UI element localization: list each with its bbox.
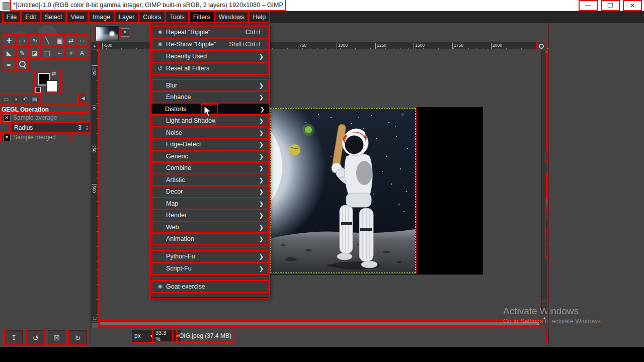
airbrush-tool[interactable]: ✧ bbox=[65, 48, 76, 58]
menu-item-reset-all-filters[interactable]: ↺ Reset all Filters bbox=[152, 63, 268, 74]
swap-colors-icon[interactable]: ⇄ bbox=[51, 70, 56, 77]
collapse-dock-icon[interactable]: ◄ bbox=[79, 95, 87, 102]
restore-button[interactable]: ❐ bbox=[602, 1, 619, 10]
info-icon[interactable]: ◑ bbox=[12, 96, 20, 103]
paintbrush-tool[interactable]: ✎ bbox=[17, 48, 28, 58]
zoom-follow-window-icon[interactable] bbox=[537, 42, 545, 50]
menu-item-web[interactable]: Web❯ bbox=[152, 222, 268, 233]
save-tool-preset-button[interactable]: ↧ bbox=[5, 330, 23, 344]
menu-item-goat-exercise[interactable]: ✺ Goat-exercise bbox=[152, 281, 268, 292]
eraser-tool[interactable]: ◪ bbox=[29, 48, 40, 58]
minimize-button[interactable]: — bbox=[580, 1, 597, 10]
toolbox-panel: ✚ ▭ ∿ ╲ ▣ ⇄ ▱ ◣ ✎ ◪ ▤ ∽ ✧ A ✒ ⇄ ▭ ◑ ↶ ▤ … bbox=[0, 23, 91, 347]
window-title: *[Untitled]-1.0 (RGB color 8-bit gamma i… bbox=[11, 0, 285, 10]
menu-item-map[interactable]: Map❯ bbox=[152, 198, 268, 209]
submenu-arrow-icon: ❯ bbox=[259, 186, 264, 197]
screen-icon[interactable]: ▭ bbox=[2, 96, 10, 103]
submenu-arrow-icon: ❯ bbox=[260, 104, 265, 115]
zoom-tool[interactable] bbox=[17, 60, 28, 70]
menu-view[interactable]: View bbox=[67, 12, 88, 22]
menu-edit[interactable]: Edit bbox=[22, 12, 40, 22]
sample-average-row[interactable]: ✕ Sample average bbox=[1, 114, 80, 122]
filters-menu: ✺ Repeat "Ripple" Ctrl+F ✺ Re-Show "Ripp… bbox=[151, 23, 269, 298]
clone-tool[interactable]: ▤ bbox=[42, 48, 53, 58]
nav-corner-icon[interactable]: ▢ bbox=[91, 315, 99, 321]
menu-image[interactable]: Image bbox=[89, 12, 114, 22]
submenu-arrow-icon: ❯ bbox=[259, 139, 264, 150]
submenu-arrow-icon: ❯ bbox=[259, 222, 264, 233]
free-select-tool[interactable]: ∿ bbox=[29, 35, 40, 46]
fuzzy-select-tool[interactable]: ╲ bbox=[42, 35, 53, 46]
activate-windows-text: Activate Windows bbox=[503, 306, 579, 317]
bucket-fill-tool[interactable]: ◣ bbox=[4, 48, 15, 58]
menu-help[interactable]: Help bbox=[249, 12, 269, 22]
sample-average-checkbox[interactable]: ✕ bbox=[3, 114, 11, 122]
menu-item-recently-used[interactable]: Recently Used ❯ bbox=[152, 51, 268, 62]
submenu-arrow-icon: ❯ bbox=[259, 51, 264, 62]
status-bar: px▾ 33.3 % ▾ OIG.jpeg (37.4 MB) bbox=[91, 328, 548, 345]
reset-tool-options-button[interactable]: ↻ bbox=[69, 330, 87, 344]
menu-item-render[interactable]: Render❯ bbox=[152, 210, 268, 221]
mouse-cursor bbox=[204, 106, 212, 117]
radius-spinner[interactable] bbox=[86, 123, 89, 132]
status-image-info: OIG.jpeg (37.4 MB) bbox=[177, 330, 233, 342]
menu-item-repeat-ripple[interactable]: ✺ Repeat "Ripple" Ctrl+F bbox=[152, 27, 268, 38]
unit-dropdown[interactable]: px▾ bbox=[132, 330, 155, 342]
menu-item-combine[interactable]: Combine❯ bbox=[152, 162, 268, 173]
crop-tool[interactable]: ▣ bbox=[54, 35, 65, 46]
menu-layer[interactable]: Layer bbox=[115, 12, 138, 22]
smudge-tool[interactable]: ∽ bbox=[54, 48, 65, 58]
menu-item-artistic[interactable]: Artistic❯ bbox=[152, 174, 268, 186]
image-tab-thumbnail[interactable] bbox=[96, 26, 119, 41]
menu-item-python-fu[interactable]: Python-Fu❯ bbox=[152, 251, 268, 262]
menu-item-enhance[interactable]: Enhance❯ bbox=[152, 92, 268, 103]
radius-slider[interactable]: Radius 3 bbox=[11, 123, 90, 132]
transform-tool[interactable]: ⇄ bbox=[65, 35, 76, 46]
color-swatches[interactable]: ⇄ bbox=[35, 70, 60, 93]
submenu-arrow-icon: ❯ bbox=[259, 162, 264, 173]
submenu-arrow-icon: ❯ bbox=[259, 127, 264, 138]
menu-windows[interactable]: Windows bbox=[215, 12, 248, 22]
submenu-arrow-icon: ❯ bbox=[259, 263, 264, 274]
horizontal-scrollbar[interactable] bbox=[99, 321, 541, 326]
menu-item-script-fu[interactable]: Script-Fu❯ bbox=[152, 263, 268, 274]
delete-tool-preset-button[interactable]: ☒ bbox=[48, 330, 65, 344]
menu-tools[interactable]: Tools bbox=[166, 12, 188, 22]
sample-merged-label: Sample merged bbox=[13, 134, 56, 141]
menu-item-decor[interactable]: Decor❯ bbox=[152, 186, 268, 197]
submenu-arrow-icon: ❯ bbox=[259, 80, 264, 91]
rectangle-select-tool[interactable]: ▭ bbox=[17, 35, 28, 46]
color-picker-tool[interactable]: ✒ bbox=[4, 60, 15, 70]
layers-icon[interactable]: ▤ bbox=[31, 96, 39, 103]
sample-merged-checkbox[interactable]: ✕ bbox=[3, 134, 11, 141]
menu-item-edge-detect[interactable]: Edge-Detect❯ bbox=[152, 139, 268, 150]
menu-item-animation[interactable]: Animation❯ bbox=[152, 233, 268, 244]
menu-filters[interactable]: Filters bbox=[190, 12, 214, 22]
restore-tool-preset-button[interactable]: ↺ bbox=[27, 330, 44, 344]
menu-colors[interactable]: Colors bbox=[139, 12, 165, 22]
default-colors-icon[interactable] bbox=[35, 87, 41, 93]
perspective-tool[interactable]: ▱ bbox=[76, 35, 88, 46]
tennis-ball bbox=[289, 144, 300, 155]
undo-icon[interactable]: ↶ bbox=[21, 96, 29, 103]
move-tool[interactable]: ✚ bbox=[4, 35, 15, 46]
menu-bar: File Edit Select View Image Layer Colors… bbox=[0, 11, 644, 23]
menu-item-generic[interactable]: Generic❯ bbox=[152, 151, 268, 162]
right-dock bbox=[548, 23, 644, 347]
menu-item-blur[interactable]: Blur❯ bbox=[152, 80, 268, 91]
close-image-icon[interactable]: ✕ bbox=[121, 28, 129, 37]
menu-item-noise[interactable]: Noise❯ bbox=[152, 127, 268, 138]
menu-select[interactable]: Select bbox=[41, 12, 66, 22]
close-button[interactable]: ✕ bbox=[624, 1, 641, 10]
vertical-ruler: -250 0 250 500 bbox=[91, 50, 99, 322]
image-layer-oig[interactable] bbox=[270, 108, 416, 273]
text-tool[interactable]: A bbox=[76, 48, 88, 58]
menu-file[interactable]: File bbox=[3, 12, 20, 22]
sample-average-label: Sample average bbox=[13, 114, 57, 121]
background-color[interactable] bbox=[46, 80, 58, 92]
menu-item-reshow-ripple[interactable]: ✺ Re-Show "Ripple" Shift+Ctrl+F bbox=[152, 39, 268, 50]
chevron-down-icon: ▾ bbox=[150, 334, 152, 338]
astronaut-cricket-scene bbox=[271, 109, 415, 273]
sample-merged-row[interactable]: ✕ Sample merged bbox=[1, 133, 70, 141]
zoom-value[interactable]: 33.3 % bbox=[153, 330, 173, 341]
